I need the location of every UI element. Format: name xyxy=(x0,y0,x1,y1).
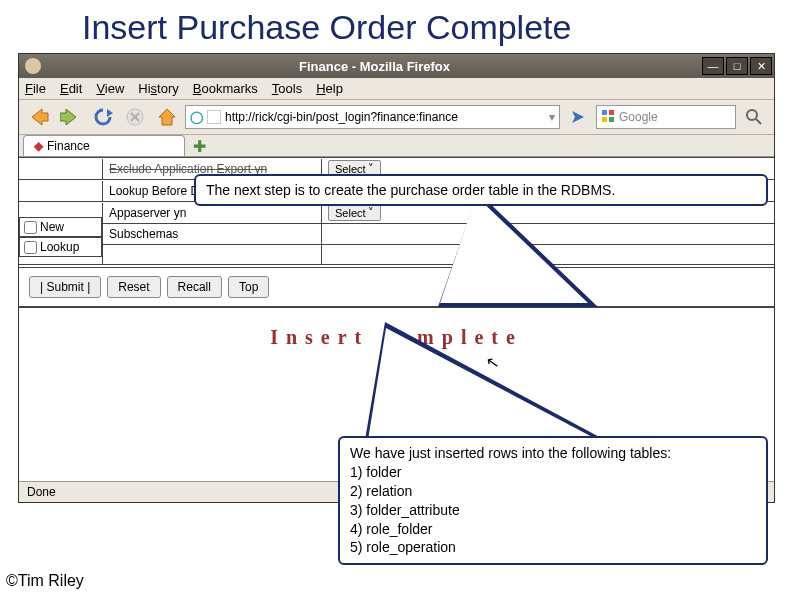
slide-title: Insert Purchase Order Complete xyxy=(0,0,793,53)
row-label: Subschemas xyxy=(102,224,322,244)
svg-marker-7 xyxy=(572,111,584,123)
tab-close-icon[interactable]: ◆ xyxy=(34,139,43,153)
lookup-checkbox[interactable] xyxy=(24,241,37,254)
magnifier-icon xyxy=(746,109,762,125)
home-icon xyxy=(157,107,177,127)
tab-strip: ◆ Finance ✚ xyxy=(19,135,774,157)
callout-intro: We have just inserted rows into the foll… xyxy=(350,444,756,463)
svg-line-13 xyxy=(756,119,761,124)
favicon-icon xyxy=(207,110,221,124)
forward-button[interactable] xyxy=(57,104,85,130)
copyright: ©Tim Riley xyxy=(6,572,84,590)
recall-button[interactable]: Recall xyxy=(167,276,222,298)
svg-rect-10 xyxy=(602,117,607,122)
callout-tail-inner xyxy=(368,328,598,440)
callout-line: 1) folder xyxy=(350,463,756,482)
tab-label: Finance xyxy=(47,139,90,153)
nav-toolbar: ◯ http://rick/cgi-bin/post_login?finance… xyxy=(19,100,774,135)
menu-edit[interactable]: Edit xyxy=(60,81,82,96)
menu-history[interactable]: History xyxy=(138,81,178,96)
svg-marker-0 xyxy=(32,109,48,125)
svg-marker-6 xyxy=(159,109,175,125)
lookup-checkbox-cell[interactable]: Lookup xyxy=(19,237,102,257)
menu-help[interactable]: Help xyxy=(316,81,343,96)
top-button[interactable]: Top xyxy=(228,276,269,298)
reset-button[interactable]: Reset xyxy=(107,276,160,298)
select-appaserver[interactable]: Select ˅ xyxy=(328,204,381,221)
app-icon xyxy=(25,58,41,74)
window-title: Finance - Mozilla Firefox xyxy=(47,59,702,74)
stop-button[interactable] xyxy=(121,104,149,130)
home-button[interactable] xyxy=(153,104,181,130)
submit-button[interactable]: | Submit | xyxy=(29,276,101,298)
close-window-button[interactable]: ✕ xyxy=(750,57,772,75)
window-titlebar: Finance - Mozilla Firefox — □ ✕ xyxy=(19,54,774,78)
callout-tail-inner xyxy=(440,196,588,303)
svg-point-12 xyxy=(747,110,757,120)
form-button-row: | Submit | Reset Recall Top xyxy=(19,267,774,306)
menu-bookmarks[interactable]: Bookmarks xyxy=(193,81,258,96)
svg-marker-2 xyxy=(107,109,113,117)
menu-tools[interactable]: Tools xyxy=(272,81,302,96)
stop-icon xyxy=(126,108,144,126)
url-text: http://rick/cgi-bin/post_login?finance:f… xyxy=(225,110,458,124)
go-arrow-icon xyxy=(569,108,587,126)
callout-tables-inserted: We have just inserted rows into the foll… xyxy=(338,436,768,565)
new-tab-button[interactable]: ✚ xyxy=(189,137,210,156)
svg-marker-1 xyxy=(60,109,76,125)
svg-rect-11 xyxy=(609,117,614,122)
callout-line: 2) relation xyxy=(350,482,756,501)
google-icon xyxy=(601,109,615,126)
back-arrow-icon xyxy=(28,107,50,127)
forward-arrow-icon xyxy=(60,107,82,127)
search-placeholder: Google xyxy=(619,110,658,124)
svg-rect-8 xyxy=(602,110,607,115)
tab-finance[interactable]: ◆ Finance xyxy=(23,135,185,156)
menu-view[interactable]: View xyxy=(96,81,124,96)
new-checkbox[interactable] xyxy=(24,221,37,234)
search-button[interactable] xyxy=(740,104,768,130)
callout-line: 5) role_operation xyxy=(350,538,756,557)
menu-bar: File Edit View History Bookmarks Tools H… xyxy=(19,78,774,100)
callout-line: 4) role_folder xyxy=(350,520,756,539)
menu-file[interactable]: File xyxy=(25,81,46,96)
maximize-button[interactable]: □ xyxy=(726,57,748,75)
site-icon: ◯ xyxy=(190,110,203,124)
svg-rect-9 xyxy=(609,110,614,115)
reload-button[interactable] xyxy=(89,104,117,130)
minimize-button[interactable]: — xyxy=(702,57,724,75)
url-bar[interactable]: ◯ http://rick/cgi-bin/post_login?finance… xyxy=(185,105,560,129)
callout-next-step: The next step is to create the purchase … xyxy=(194,174,768,206)
chevron-down-icon: ˅ xyxy=(368,206,374,219)
go-button[interactable] xyxy=(564,104,592,130)
dropdown-icon[interactable]: ▾ xyxy=(549,110,555,124)
back-button[interactable] xyxy=(25,104,53,130)
new-checkbox-cell[interactable]: New xyxy=(19,217,102,237)
callout-line: 3) folder_attribute xyxy=(350,501,756,520)
reload-icon xyxy=(93,107,113,127)
search-box[interactable]: Google xyxy=(596,105,736,129)
